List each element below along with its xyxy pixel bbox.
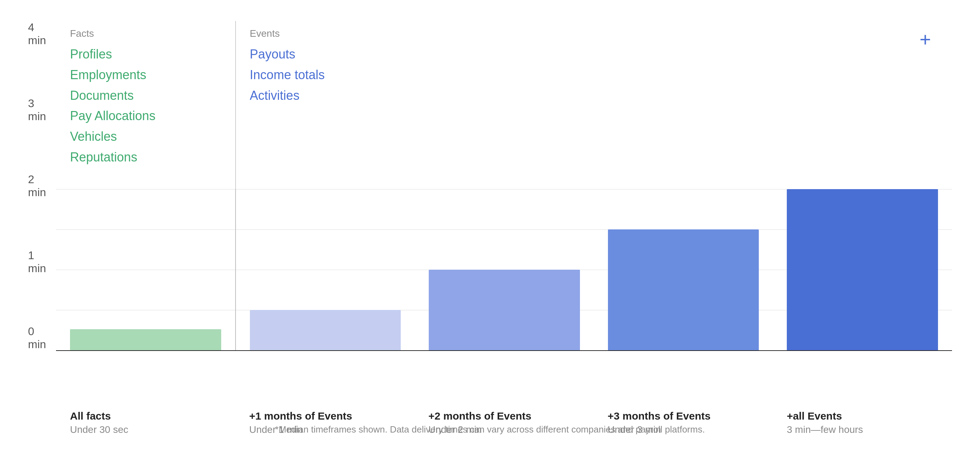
- bar-group-plus-1: [236, 189, 415, 350]
- events-item-activities: Activities: [250, 88, 401, 104]
- x-main-plus-3: +3 months of Events: [608, 409, 759, 423]
- facts-item-employments: Employments: [70, 67, 221, 83]
- facts-item-documents: Documents: [70, 88, 221, 104]
- x-main-all-facts: All facts: [70, 409, 221, 423]
- facts-item-reputations: Reputations: [70, 149, 221, 166]
- x-main-plus-all: +all Events: [787, 409, 938, 423]
- bar-group-all-facts: [56, 189, 235, 350]
- bar-group-plus-2: [415, 189, 594, 350]
- bar-group-plus-3: [594, 189, 773, 350]
- spacer-4: +: [773, 21, 952, 189]
- facts-item-vehicles: Vehicles: [70, 129, 221, 145]
- y-label-4min: 4 min: [28, 21, 50, 47]
- spacer-2: [415, 21, 594, 189]
- bar-plus-3-months: [608, 230, 759, 350]
- chart-container: Facts Profiles Employments Documents Pay…: [28, 21, 952, 393]
- y-label-0min: 0 min: [28, 325, 50, 351]
- x-main-plus-1: +1 months of Events: [249, 409, 400, 423]
- bar-plus-1-months: [250, 310, 401, 350]
- bar-group-plus-all: [773, 189, 952, 350]
- facts-item-profiles: Profiles: [70, 46, 221, 63]
- y-label-3min: 3 min: [28, 97, 50, 123]
- plus-icon: +: [920, 28, 931, 51]
- bar-all-facts: [70, 329, 221, 350]
- events-item-income-totals: Income totals: [250, 67, 401, 83]
- y-label-1min: 1 min: [28, 249, 50, 275]
- bar-plus-2-months: [429, 269, 580, 350]
- events-category-label: Events: [250, 28, 401, 39]
- footnote: *Median timeframes shown. Data delivery …: [0, 424, 980, 435]
- bar-plus-all-events: [787, 189, 938, 350]
- y-axis: 4 min 3 min 2 min 1 min 0 min: [28, 21, 56, 351]
- facts-label-group: Facts Profiles Employments Documents Pay…: [56, 21, 235, 189]
- x-main-plus-2: +2 months of Events: [428, 409, 580, 423]
- facts-category-label: Facts: [70, 28, 221, 39]
- spacer-3: [594, 21, 773, 189]
- events-label-group: Events Payouts Income totals Activities: [235, 21, 415, 189]
- facts-item-pay-allocations: Pay Allocations: [70, 108, 221, 124]
- y-label-2min: 2 min: [28, 173, 50, 199]
- chart-area: [56, 189, 952, 351]
- events-item-payouts: Payouts: [250, 46, 401, 63]
- labels-area: Facts Profiles Employments Documents Pay…: [56, 21, 952, 189]
- bars-wrapper: [56, 189, 952, 350]
